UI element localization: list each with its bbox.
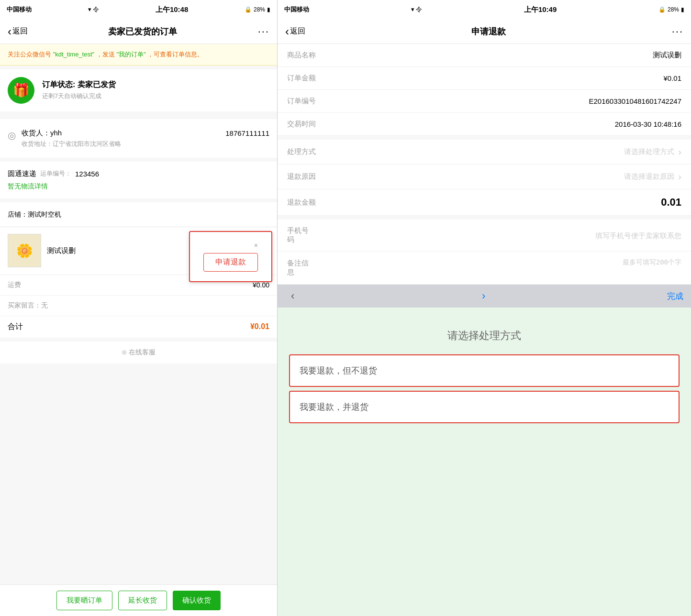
form-phone-row[interactable]: 手机号码 bbox=[278, 220, 691, 252]
left-carrier: 中国移动 bbox=[7, 5, 32, 14]
form-order-amount-label: 订单金额 bbox=[287, 74, 316, 83]
receiver-info-main: 收货人：yhh 18767111111 收货地址：辽宁省沈阳市沈河区省略 bbox=[22, 129, 269, 148]
total-label: 合计 bbox=[8, 322, 23, 332]
left-content-area: 关注公众微信号 "kdt_time_test" ，发送 "我的订单" ，可查看订… bbox=[0, 44, 277, 584]
form-trade-time-value: 2016-03-30 10:48:16 bbox=[615, 120, 681, 128]
status-text-area: 订单状态: 卖家已发货 还剩7天自动确认完成 bbox=[42, 80, 269, 100]
form-phone-label: 手机号码 bbox=[287, 226, 314, 244]
share-order-button[interactable]: 我要晒订单 bbox=[56, 591, 112, 610]
receiver-address: 收货地址：辽宁省沈阳市沈河区省略 bbox=[22, 140, 269, 148]
left-time: 上午10:48 bbox=[156, 5, 188, 14]
store-section: 店铺：测试时空机 bbox=[0, 202, 277, 227]
notice-keyword: "我的订单" bbox=[116, 51, 145, 58]
bottom-action-bar: 我要晒订单 延长收货 确认收货 bbox=[0, 584, 277, 616]
chevron-right-icon-process: › bbox=[678, 146, 681, 157]
form-product-name-value: 测试误删 bbox=[653, 51, 681, 60]
receiver-phone: 18767111111 bbox=[225, 129, 269, 137]
form-refund-amount-label: 退款金额 bbox=[287, 198, 316, 207]
left-status-bar: 中国移动 ▾ 令 上午10:48 🔒 28% ▮ bbox=[0, 0, 277, 19]
form-divider-1 bbox=[278, 136, 691, 140]
logistics-section: 圆通速递 运单编号： 123456 暂无物流详情 bbox=[0, 162, 277, 202]
left-nav-title: 卖家已发货的订单 bbox=[108, 26, 177, 37]
customer-service-row[interactable]: ⊙ 在线客服 bbox=[0, 341, 277, 367]
form-note-textarea[interactable] bbox=[314, 258, 681, 277]
mode-sheet: 请选择处理方式 我要退款，但不退货 我要退款，并退货 bbox=[278, 308, 691, 616]
form-order-amount-row: 订单金额 ¥0.01 bbox=[278, 67, 691, 90]
mode-sheet-title: 请选择处理方式 bbox=[278, 319, 691, 351]
keyboard-done-button[interactable]: 完成 bbox=[667, 291, 683, 302]
product-row: 🌼 测试误删 ¥0.01 × 申请退款 bbox=[0, 227, 277, 275]
order-status-icon: 🎁 bbox=[8, 77, 34, 104]
form-order-no-value: E2016033010481601742247 bbox=[589, 97, 681, 105]
right-back-button[interactable]: 返回 bbox=[285, 25, 305, 38]
mode-option-2[interactable]: 我要退款，并退货 bbox=[289, 391, 680, 423]
logistics-link[interactable]: 暂无物流详情 bbox=[8, 182, 269, 191]
right-nav-title: 申请退款 bbox=[471, 26, 506, 37]
receiver-info-section: ◎ 收货人：yhh 18767111111 收货地址：辽宁省沈阳市沈河区省略 bbox=[0, 119, 277, 162]
chevron-right-icon-reason: › bbox=[678, 171, 681, 182]
right-lock-icon: 🔒 bbox=[658, 6, 666, 13]
form-product-name-label: 商品名称 bbox=[287, 51, 316, 60]
form-refund-reason-row[interactable]: 退款原因 请选择退款原因 › bbox=[278, 165, 691, 189]
left-back-button[interactable]: 返回 bbox=[8, 25, 28, 38]
store-name: 店铺：测试时空机 bbox=[8, 210, 61, 218]
left-nav-bar: 返回 卖家已发货的订单 ··· bbox=[0, 19, 277, 44]
status-main-text: 订单状态: 卖家已发货 bbox=[42, 80, 269, 90]
form-divider-2 bbox=[278, 216, 691, 220]
form-order-amount-value: ¥0.01 bbox=[663, 74, 681, 82]
left-wifi-icon: ▾ 令 bbox=[88, 5, 100, 14]
left-battery-icon: ▮ bbox=[267, 6, 270, 13]
form-refund-amount-value: 0.01 bbox=[661, 196, 681, 209]
extend-receipt-button[interactable]: 延长收货 bbox=[118, 591, 167, 610]
right-battery-icon: ▮ bbox=[681, 6, 684, 13]
buyer-note: 买家留言：无 bbox=[0, 296, 277, 316]
logistics-number-label: 运单编号： bbox=[40, 169, 71, 178]
form-order-no-label: 订单编号 bbox=[287, 97, 316, 106]
left-lock-icon: 🔒 bbox=[245, 6, 252, 13]
left-nav-more[interactable]: ··· bbox=[258, 25, 269, 38]
receiver-row: ◎ 收货人：yhh 18767111111 收货地址：辽宁省沈阳市沈河区省略 bbox=[8, 127, 269, 150]
right-battery: 28% bbox=[668, 6, 679, 13]
logistics-company: 圆通速递 bbox=[8, 169, 36, 178]
right-carrier: 中国移动 bbox=[284, 5, 309, 14]
form-product-name-row: 商品名称 测试误删 bbox=[278, 44, 691, 67]
keyboard-prev-button[interactable]: ‹ bbox=[285, 290, 300, 302]
right-phone-panel: 中国移动 ▾ 令 上午10:49 🔒 28% ▮ 返回 申请退款 ··· 商品名… bbox=[278, 0, 691, 616]
right-time: 上午10:49 bbox=[524, 5, 557, 14]
right-status-bar: 中国移动 ▾ 令 上午10:49 🔒 28% ▮ bbox=[278, 0, 691, 19]
customer-service-label[interactable]: ⊙ 在线客服 bbox=[122, 348, 156, 356]
mode-option-1[interactable]: 我要退款，但不退货 bbox=[289, 354, 680, 387]
logistics-row: 圆通速递 运单编号： 123456 bbox=[8, 169, 269, 178]
form-trade-time-row: 交易时间 2016-03-30 10:48:16 bbox=[278, 113, 691, 136]
product-image: 🌼 bbox=[8, 234, 41, 267]
receiver-name: 收货人：yhh bbox=[22, 129, 62, 138]
left-battery: 28% bbox=[254, 6, 265, 13]
notice-banner: 关注公众微信号 "kdt_time_test" ，发送 "我的订单" ，可查看订… bbox=[0, 44, 277, 66]
shipping-fee-value: ¥0.00 bbox=[253, 281, 269, 289]
form-process-method-row[interactable]: 处理方式 请选择处理方式 › bbox=[278, 140, 691, 165]
confirm-receipt-button[interactable]: 确认收货 bbox=[173, 591, 221, 610]
form-phone-input[interactable] bbox=[314, 231, 681, 240]
notice-text: 关注公众微信号 "kdt_time_test" ，发送 "我的订单" ，可查看订… bbox=[8, 51, 203, 58]
refund-popup-close[interactable]: × bbox=[254, 242, 258, 249]
form-refund-amount-row: 退款金额 0.01 bbox=[278, 189, 691, 216]
keyboard-next-button[interactable]: › bbox=[476, 290, 491, 302]
right-right-icons: 🔒 28% ▮ bbox=[658, 6, 684, 13]
form-refund-reason-label: 退款原因 bbox=[287, 172, 316, 181]
form-refund-reason-placeholder: 请选择退款原因 bbox=[624, 172, 674, 181]
refund-popup-button[interactable]: 申请退款 bbox=[203, 253, 258, 272]
shipping-fee-label: 运费 bbox=[8, 281, 21, 289]
form-note-label: 备注信息 bbox=[287, 259, 314, 277]
left-right-icons: 🔒 28% ▮ bbox=[245, 6, 270, 13]
keyboard-nav-row: ‹ › 完成 bbox=[278, 285, 691, 308]
location-icon: ◎ bbox=[8, 130, 16, 141]
right-nav-more[interactable]: ··· bbox=[672, 25, 683, 38]
left-phone-panel: 中国移动 ▾ 令 上午10:48 🔒 28% ▮ 返回 卖家已发货的订单 ···… bbox=[0, 0, 278, 616]
form-process-method-right: 请选择处理方式 › bbox=[624, 146, 681, 157]
refund-form-section: 商品名称 测试误删 订单金额 ¥0.01 订单编号 E2016033010481… bbox=[278, 44, 691, 285]
logistics-number: 123456 bbox=[75, 170, 99, 178]
refund-popup: × 申请退款 bbox=[189, 231, 272, 282]
status-sub-text: 还剩7天自动确认完成 bbox=[42, 92, 269, 100]
form-process-method-placeholder: 请选择处理方式 bbox=[624, 147, 674, 156]
form-note-row[interactable]: 备注信息 bbox=[278, 252, 691, 285]
